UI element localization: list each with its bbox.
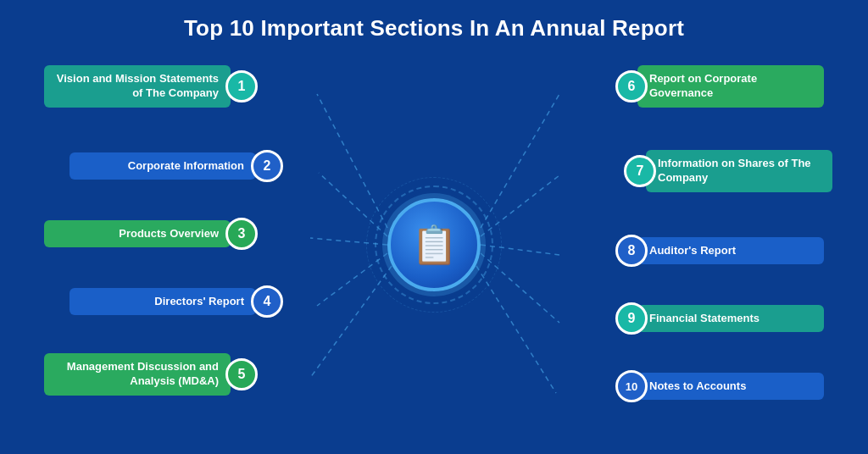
item-6-badge: 6 [615, 70, 648, 102]
svg-line-8 [481, 253, 559, 323]
list-item: Corporate Information 2 [70, 150, 283, 182]
item-1-badge: 1 [225, 70, 258, 102]
svg-line-5 [481, 94, 559, 228]
item-10-label: Notes to Accounts [637, 373, 824, 401]
item-6-label: Report on Corporate Governance [637, 65, 824, 108]
svg-line-0 [317, 94, 387, 228]
item-4-badge: 4 [251, 285, 283, 318]
svg-line-9 [476, 266, 556, 393]
list-item: Products Overview 3 [44, 218, 258, 250]
item-7-label: Information on Shares of The Company [646, 150, 832, 192]
list-item: Directors' Report 4 [70, 285, 283, 318]
item-9-label: Financial Statements [637, 305, 824, 333]
list-item: 6 Report on Corporate Governance [615, 65, 824, 108]
svg-line-1 [319, 173, 387, 236]
svg-line-2 [310, 238, 387, 245]
svg-line-6 [481, 175, 559, 236]
list-item: 7 Information on Shares of The Company [624, 150, 832, 192]
item-2-label: Corporate Information [70, 152, 256, 180]
item-5-label: Management Discussion and Analysis (MD&A… [44, 353, 231, 396]
svg-line-7 [481, 245, 559, 255]
item-3-badge: 3 [225, 218, 258, 250]
page-title: Top 10 Important Sections In An Annual R… [184, 15, 684, 42]
list-item: Management Discussion and Analysis (MD&A… [44, 353, 258, 396]
svg-line-3 [317, 253, 387, 306]
item-5-badge: 5 [225, 358, 258, 390]
item-2-badge: 2 [251, 150, 283, 182]
item-9-badge: 9 [615, 302, 648, 335]
item-1-label: Vision and Mission Statements of The Com… [44, 65, 231, 108]
center-circle: 📋 [387, 198, 481, 291]
item-8-label: Auditor's Report [637, 237, 824, 265]
item-10-badge: 10 [615, 370, 648, 402]
list-item: 8 Auditor's Report [615, 235, 824, 267]
list-item: 9 Financial Statements [615, 302, 824, 335]
item-4-label: Directors' Report [70, 288, 256, 316]
item-8-badge: 8 [615, 235, 648, 267]
list-item: Vision and Mission Statements of The Com… [44, 65, 258, 108]
svg-line-4 [310, 266, 392, 378]
diagram-container: 📋 Vision and Mission Statements of The C… [19, 50, 849, 440]
item-3-label: Products Overview [44, 220, 231, 248]
list-item: 10 Notes to Accounts [615, 370, 824, 402]
item-7-badge: 7 [624, 155, 656, 187]
center-icon: 📋 [411, 223, 458, 267]
